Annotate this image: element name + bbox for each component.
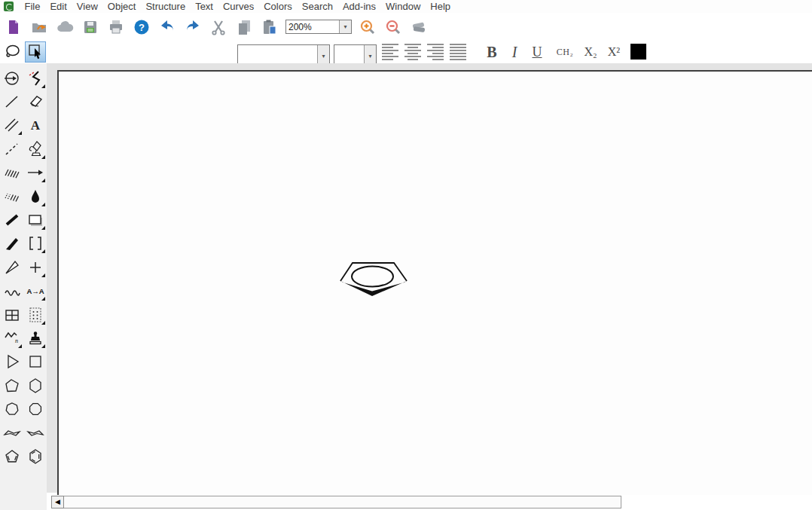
copy-button[interactable] [234, 17, 254, 38]
help-button[interactable]: ? [132, 17, 151, 38]
benzene-ring-tool[interactable] [25, 446, 46, 467]
drawing-page[interactable] [57, 70, 812, 495]
benzene-ring-icon [26, 447, 44, 466]
zoom-in-button[interactable] [358, 17, 377, 38]
svg-text:n: n [15, 337, 18, 344]
scrollbar-track[interactable] [64, 496, 621, 508]
scroll-left-arrow-icon: ◀ [55, 499, 60, 505]
menu-edit[interactable]: Edit [45, 0, 72, 13]
menu-file[interactable]: File [20, 0, 45, 13]
print-button[interactable] [106, 17, 126, 38]
arrow-tool[interactable] [25, 162, 46, 183]
cyclopropane-ring-icon [3, 353, 21, 371]
zoom-level-combo[interactable]: 200% ▾ [285, 20, 352, 34]
text-tool-icon: A [26, 116, 44, 134]
cyclopentadienyl-ring-drawing[interactable] [335, 256, 414, 303]
rectangle-tool[interactable] [25, 209, 46, 231]
cycloheptane-ring-tool[interactable] [2, 399, 23, 420]
bold-line-tool[interactable] [2, 209, 23, 231]
horizontal-scrollbar[interactable]: ◀ [51, 496, 621, 508]
align-justify-button[interactable] [449, 41, 467, 63]
subscript-button[interactable]: X₂ [581, 41, 600, 63]
table-of-symbols-icon [26, 306, 44, 324]
cut-button[interactable] [209, 17, 228, 38]
rectangle-icon [26, 211, 44, 229]
stamp-tool[interactable] [25, 328, 46, 349]
cyclobutane-ring-tool[interactable] [25, 351, 46, 372]
text-color-swatch[interactable] [630, 44, 646, 60]
zoom-in-icon [359, 18, 377, 36]
zoom-combo-dropdown-button[interactable]: ▾ [339, 20, 351, 33]
menu-curves[interactable]: Curves [218, 0, 258, 13]
cyclopentane-ring-tool[interactable] [2, 375, 23, 396]
chain-tool[interactable] [25, 68, 46, 89]
menu-help[interactable]: Help [426, 0, 456, 13]
artistic-pen-tool[interactable] [25, 139, 46, 160]
stack-button[interactable] [409, 17, 429, 38]
menu-structure[interactable]: Structure [141, 0, 191, 13]
align-left-button[interactable] [381, 41, 399, 63]
menu-add-ins[interactable]: Add-ins [337, 0, 380, 13]
bold-button[interactable]: B [482, 41, 502, 63]
text-tool[interactable]: A [25, 115, 46, 136]
new-document-button[interactable] [4, 17, 23, 38]
scrollbar-left-arrow-button[interactable]: ◀ [51, 496, 64, 508]
stack-icon [409, 18, 429, 36]
underline-button[interactable]: U [527, 41, 547, 63]
superscript-button[interactable]: X² [604, 41, 624, 63]
align-center-button[interactable] [404, 41, 422, 63]
lasso-select-button[interactable] [2, 41, 23, 63]
double-line-tool[interactable] [2, 115, 23, 136]
cyclohexane-ring-tool[interactable] [25, 375, 46, 396]
draw-normal-tool[interactable] [2, 68, 23, 89]
ch2-formula-button[interactable]: CH₂ [553, 41, 577, 63]
hollow-wedge-icon [3, 258, 21, 276]
bold-line-icon [3, 211, 21, 229]
cyclooctane-ring-icon [26, 400, 44, 418]
align-right-button[interactable] [426, 41, 444, 63]
hatch-lines-tool[interactable] [2, 162, 23, 183]
zoom-out-button[interactable] [383, 17, 403, 38]
chair-conformation-right-tool[interactable] [25, 423, 46, 444]
dashed-line-tool[interactable] [2, 139, 23, 160]
hollow-wedge-tool[interactable] [2, 257, 23, 278]
paste-button[interactable] [260, 17, 279, 38]
menu-object[interactable]: Object [102, 0, 141, 13]
save-button[interactable] [81, 17, 100, 38]
italic-button[interactable]: I [506, 41, 523, 63]
chair-conformation-left-tool[interactable] [2, 423, 23, 444]
cyclopropane-ring-tool[interactable] [2, 351, 23, 372]
solid-drop-tool[interactable] [25, 186, 46, 207]
dotted-hatch-lines-tool[interactable] [2, 186, 23, 207]
canvas-gutter-left [47, 63, 57, 493]
brackets-tool[interactable] [25, 233, 46, 254]
zoom-level-value: 200% [286, 22, 339, 32]
rectangle-select-button[interactable] [25, 41, 46, 63]
wavy-line-tool[interactable] [2, 280, 23, 301]
table-tool[interactable] [2, 304, 23, 325]
table-of-symbols-tool[interactable] [25, 304, 46, 325]
menu-text[interactable]: Text [191, 0, 218, 13]
cyclooctane-ring-tool[interactable] [25, 399, 46, 420]
reaction-map-tool[interactable]: A→A [25, 280, 46, 301]
chain-icon [26, 69, 44, 87]
open-button[interactable] [29, 17, 49, 38]
solid-wedge-tool[interactable] [2, 233, 23, 254]
cloud-button[interactable] [55, 17, 75, 38]
undo-icon [158, 18, 176, 36]
redo-button[interactable] [183, 17, 203, 38]
menu-colors[interactable]: Colors [259, 0, 298, 13]
chevron-down-icon: ▾ [368, 53, 371, 60]
cyclopentadiene-ring-tool[interactable] [2, 446, 23, 467]
print-icon [107, 18, 125, 36]
eraser-tool[interactable] [25, 91, 46, 112]
line-tool[interactable] [2, 91, 23, 112]
menu-search[interactable]: Search [297, 0, 337, 13]
polymer-chain-tool[interactable]: n [2, 328, 23, 349]
menu-view[interactable]: View [72, 0, 102, 13]
draw-normal-icon [3, 69, 21, 87]
menu-window[interactable]: Window [381, 0, 426, 13]
plus-tool[interactable] [25, 257, 46, 278]
undo-button[interactable] [157, 17, 177, 38]
hatch-lines-icon [3, 163, 21, 182]
